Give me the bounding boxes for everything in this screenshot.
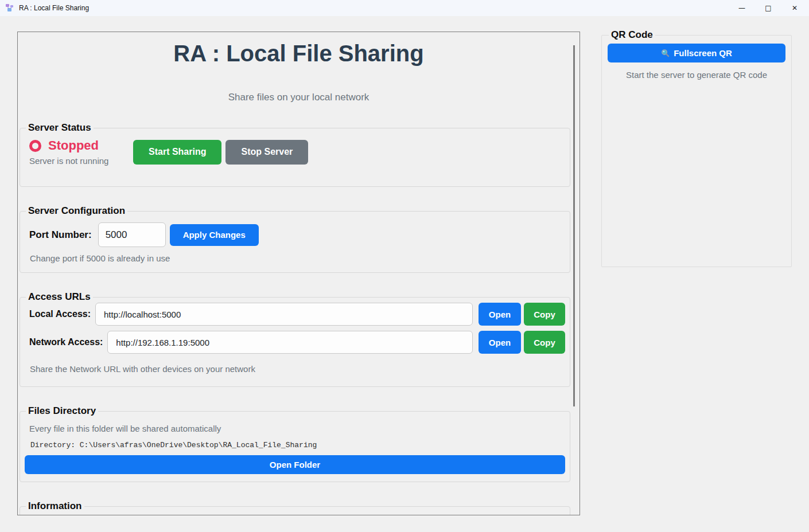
files-directory-legend: Files Directory <box>26 405 98 417</box>
local-copy-button[interactable]: Copy <box>524 303 565 326</box>
maximize-button[interactable]: □ <box>755 0 781 16</box>
access-urls-legend: Access URLs <box>26 291 93 303</box>
apply-changes-button[interactable]: Apply Changes <box>170 224 259 246</box>
port-input[interactable] <box>98 222 166 247</box>
network-access-label: Network Access: <box>29 337 103 347</box>
server-configuration-section: Server Configuration Port Number: Apply … <box>20 205 570 273</box>
directory-path: Directory: C:\Users\afras\OneDrive\Deskt… <box>25 433 565 449</box>
access-urls-helper-text: Share the Network URL with other devices… <box>25 359 565 374</box>
start-sharing-button[interactable]: Start Sharing <box>133 140 221 165</box>
fullscreen-qr-button[interactable]: Fullscreen QR <box>608 44 785 62</box>
server-status-row: Stopped Server is not running Start Shar… <box>25 134 565 166</box>
magnifier-icon <box>661 49 670 57</box>
page-title: RA : Local File Sharing <box>18 38 579 68</box>
files-directory-section: Files Directory Every file in this folde… <box>20 405 570 482</box>
local-access-row: Local Access: Open Copy <box>25 303 565 326</box>
network-open-button[interactable]: Open <box>479 331 521 354</box>
status-detail: Server is not running <box>29 156 127 166</box>
close-button[interactable]: ✕ <box>781 0 808 16</box>
fullscreen-qr-label: Fullscreen QR <box>674 48 732 58</box>
qr-code-legend: QR Code <box>609 29 655 41</box>
access-urls-section: Access URLs Local Access: Open Copy Netw… <box>20 291 570 387</box>
scrollbar[interactable] <box>571 33 576 515</box>
network-copy-button[interactable]: Copy <box>524 331 565 354</box>
stopped-status-icon <box>29 140 41 152</box>
local-open-button[interactable]: Open <box>479 303 521 326</box>
port-row: Port Number: Apply Changes <box>25 217 565 247</box>
window-title: RA : Local File Sharing <box>19 4 89 12</box>
scrollbar-thumb[interactable] <box>573 45 575 406</box>
files-directory-description: Every file in this folder will be shared… <box>25 417 565 433</box>
page-subtitle: Share files on your local network <box>18 91 579 104</box>
status-block: Stopped Server is not running <box>29 138 127 166</box>
qr-placeholder-text: Start the server to generate QR code <box>608 70 785 80</box>
server-status-legend: Server Status <box>26 122 94 134</box>
open-folder-button[interactable]: Open Folder <box>25 455 565 474</box>
information-legend: Information <box>26 500 84 512</box>
app-icon <box>5 3 14 13</box>
status-line: Stopped <box>29 138 127 153</box>
main-panel: RA : Local File Sharing Share files on y… <box>17 32 580 515</box>
network-access-row: Network Access: Open Copy <box>25 331 565 354</box>
status-text: Stopped <box>48 138 99 153</box>
server-configuration-legend: Server Configuration <box>26 205 127 217</box>
minimize-button[interactable]: — <box>729 0 755 16</box>
port-number-label: Port Number: <box>29 229 92 241</box>
stop-server-button[interactable]: Stop Server <box>225 140 308 165</box>
information-section: Information <box>20 500 570 515</box>
network-access-input[interactable] <box>107 331 473 354</box>
port-helper-text: Change port if 5000 is already in use <box>25 247 565 263</box>
local-access-label: Local Access: <box>29 309 91 319</box>
local-access-input[interactable] <box>95 303 473 326</box>
titlebar: RA : Local File Sharing — □ ✕ <box>0 0 809 16</box>
qr-code-section: QR Code Fullscreen QR Start the server t… <box>601 29 792 267</box>
server-status-section: Server Status Stopped Server is not runn… <box>20 122 570 187</box>
